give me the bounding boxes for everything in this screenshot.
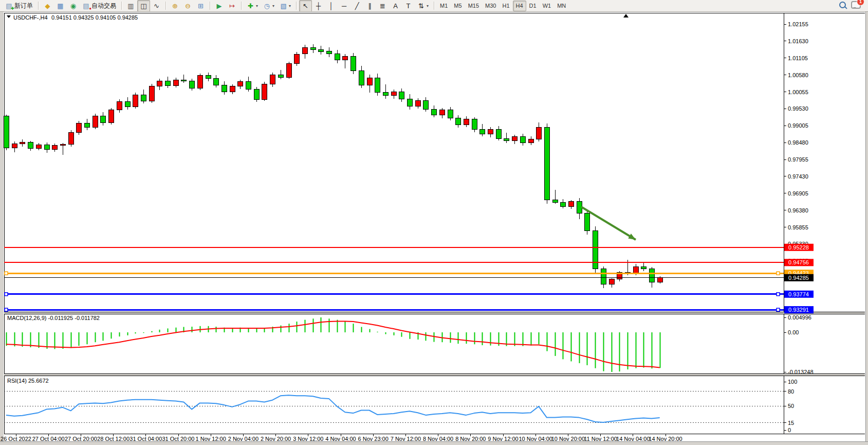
candle [488,130,493,134]
tf-h1-button[interactable]: H1 [499,1,512,11]
date-axis[interactable]: 26 Oct 202227 Oct 04:0027 Oct 20:0028 Oc… [1,434,682,442]
notifications-button[interactable]: 1 [851,1,861,11]
line-handle[interactable] [777,308,780,311]
vertical-line-button[interactable]: │ [325,0,338,12]
candle [270,75,275,84]
chart-frame [0,12,868,445]
candle [335,54,340,60]
new-order-button[interactable]: ▤✚新订单 [3,0,35,12]
candle [568,202,574,207]
zoom-out-icon: ⊖ [184,2,192,10]
chevron-down-icon[interactable]: ▾ [272,4,274,8]
arrows-icon: ⇅ [417,2,425,10]
rsi-axis-label: 15 [788,420,794,426]
candle [657,278,662,282]
chevron-down-icon[interactable]: ▾ [256,4,258,8]
notification-badge: 1 [857,0,864,6]
indicators-button[interactable]: ✚▾ [244,0,261,12]
bar-chart-button[interactable]: ▥ [124,0,137,12]
cursor-button[interactable]: ↖ [299,0,312,12]
candle [221,85,227,92]
tf-m15-button[interactable]: M15 [465,1,482,11]
search-button[interactable] [839,1,846,10]
candle [472,119,477,129]
tile-windows-button[interactable]: ⊞ [194,0,207,12]
auto-scroll-button[interactable]: ▶ [213,0,226,12]
tf-mn-button[interactable]: MN [554,1,569,11]
line-handle[interactable] [5,293,8,296]
price-axis[interactable]: 1.021551.016301.011051.005801.000550.995… [784,21,814,433]
macd-axis-label: -0.013248 [788,369,814,375]
candle [560,202,565,207]
line-handle[interactable] [777,293,780,296]
tf-m1-button[interactable]: M1 [437,1,451,11]
candle [496,130,501,139]
signals-button[interactable]: ◉ [67,0,80,12]
candle [528,139,533,143]
candle [302,47,307,54]
macd-panel-plot[interactable] [6,317,660,372]
new-order-button-label: 新订单 [14,2,33,10]
candle [286,64,291,77]
templates-button[interactable]: ▧▾ [277,0,293,12]
candle [213,79,218,85]
candle [157,81,162,86]
main-chart-plot[interactable] [4,44,662,288]
candle [536,127,541,139]
date-tick-label: 31 Oct 20:00 [162,436,195,442]
toolbar-group: ◆▦◉▤●自动交易 [40,0,120,11]
tf-d1-button[interactable]: D1 [526,1,540,11]
tf-m30-button[interactable]: M30 [482,1,499,11]
text-button[interactable]: A [389,0,402,12]
line-chart-button[interactable]: ∿ [150,0,163,12]
candle [367,78,372,85]
line-chart-icon: ∿ [153,2,160,10]
arrows-button[interactable]: ⇅▾ [415,0,431,12]
chart-shift-button[interactable]: ↦ [226,0,238,12]
fibonacci-icon: ≣ [379,2,386,10]
candle [262,84,267,100]
rsi-panel-plot[interactable] [4,391,784,423]
toolbar-separator [38,2,39,10]
tf-h4-button[interactable]: H4 [513,1,526,11]
toolbar-group: ⊕⊖⊞ [168,0,208,11]
candle [350,56,356,70]
fibonacci-button[interactable]: ≣ [376,0,389,12]
candle [246,82,251,89]
candle-chart-button[interactable]: ◫ [137,0,150,12]
candle [12,144,17,148]
signals-icon: ◉ [69,2,77,10]
line-handle[interactable] [5,308,8,311]
line-handle[interactable] [777,272,780,275]
chevron-down-icon[interactable]: ▾ [427,4,429,8]
tf-w1-button[interactable]: W1 [540,1,555,11]
open-chart-button[interactable]: ▦ [54,0,67,12]
new-order-icon: ▤✚ [5,2,13,10]
app-badge-button[interactable]: ◆ [41,0,54,12]
crosshair-button[interactable]: ┼ [312,0,325,12]
candle [36,145,41,149]
date-tick-label: 3 Nov 12:00 [293,436,323,442]
line-handle[interactable] [5,272,8,275]
scale-marker-icon[interactable] [623,14,629,17]
periods-button[interactable]: ◷▾ [261,0,277,12]
trendline-button[interactable]: ╱ [350,0,363,12]
gold-diamond-icon: ◆ [44,2,51,10]
chevron-down-icon[interactable]: ▾ [289,4,291,8]
line-price-tag-label: 0.95228 [788,244,809,251]
chart-dropdown-icon[interactable] [7,15,11,18]
horizontal-line-button[interactable]: ─ [338,0,350,12]
equidistant-channel-button[interactable]: ∥ [363,0,376,12]
tf-m5-button[interactable]: M5 [451,1,465,11]
candle [173,80,178,85]
chart-canvas[interactable]: 1.021551.016301.011051.005801.000550.995… [0,12,868,445]
rsi-axis-label: 50 [788,403,794,409]
mt4-window: ▤✚新订单◆▦◉▤●自动交易▥◫∿⊕⊖⊞▶↦✚▾◷▾▧▾↖┼│─╱∥≣AT⇅▾M… [0,0,868,445]
candle [504,138,509,140]
date-tick-label: 31 Oct 04:00 [130,436,162,442]
auto-trading-button[interactable]: ▤●自动交易 [80,0,119,12]
zoom-in-button[interactable]: ⊕ [169,0,181,12]
text-label-button[interactable]: T [402,0,415,12]
zoom-out-button[interactable]: ⊖ [181,0,194,12]
tiles-icon: ⊞ [197,2,205,10]
